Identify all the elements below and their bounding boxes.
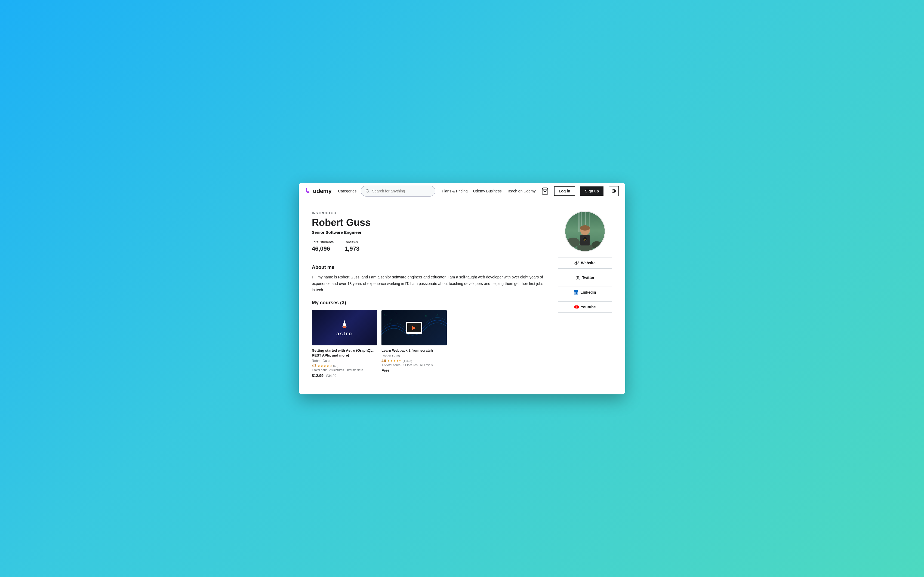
reviews-stat: Reviews 1,973 bbox=[344, 240, 359, 252]
search-icon bbox=[365, 189, 370, 193]
signup-button[interactable]: Sign up bbox=[580, 187, 604, 196]
avatar-svg: ⚡ bbox=[565, 212, 605, 251]
terminal-icon: ▶ bbox=[406, 322, 422, 334]
teach-link[interactable]: Teach on Udemy bbox=[507, 189, 536, 193]
course-thumbnail-astro: astro bbox=[312, 310, 377, 345]
svg-text:00: 00 bbox=[436, 314, 438, 316]
youtube-icon bbox=[575, 305, 579, 309]
svg-point-0 bbox=[366, 189, 369, 192]
linkedin-icon bbox=[574, 290, 578, 295]
svg-text:01: 01 bbox=[384, 314, 386, 316]
udemy-logo-icon bbox=[305, 188, 312, 194]
navbar: udemy Categories Plans & Pricing Udemy B… bbox=[299, 183, 625, 200]
astro-icon bbox=[339, 319, 350, 330]
course-instructor-astro: Robert Guss bbox=[312, 359, 377, 363]
svg-point-19 bbox=[591, 241, 602, 248]
about-me-text: Hi, my name is Robert Guss, and I am a s… bbox=[312, 274, 547, 293]
globe-icon bbox=[612, 189, 616, 193]
plans-pricing-link[interactable]: Plans & Pricing bbox=[442, 189, 468, 193]
search-bar bbox=[361, 185, 435, 197]
rating-count-webpack: (1,423) bbox=[403, 359, 412, 363]
twitter-button[interactable]: Twitter bbox=[558, 272, 612, 283]
twitter-icon bbox=[576, 276, 580, 280]
instructor-label: INSTRUCTOR bbox=[312, 211, 547, 215]
website-button[interactable]: Website bbox=[558, 257, 612, 269]
cart-icon[interactable] bbox=[541, 187, 549, 195]
svg-text:10: 10 bbox=[430, 320, 433, 323]
reviews-label: Reviews bbox=[344, 240, 359, 244]
course-title-astro: Getting started with Astro (GraphQL, RES… bbox=[312, 348, 377, 358]
instructor-name: Robert Guss bbox=[312, 217, 547, 228]
total-students-stat: Total students 46,096 bbox=[312, 240, 333, 252]
linkedin-button[interactable]: Linkedin bbox=[558, 287, 612, 298]
course-meta-webpack: 1.5 total hours · 11 lectures · All Leve… bbox=[382, 363, 447, 367]
course-title-webpack: Learn Webpack 2 from scratch bbox=[382, 348, 447, 353]
svg-point-22 bbox=[580, 225, 590, 230]
instructor-avatar: ⚡ bbox=[565, 211, 605, 252]
main-content: INSTRUCTOR Robert Guss Senior Software E… bbox=[299, 200, 625, 395]
stars-astro: ★ ★ ★ ★ ½ bbox=[317, 364, 332, 368]
courses-grid: astro Getting started with Astro (GraphQ… bbox=[312, 310, 547, 378]
svg-text:11: 11 bbox=[395, 312, 398, 314]
divider-1 bbox=[312, 259, 547, 259]
linkedin-label: Linkedin bbox=[580, 290, 596, 295]
total-students-label: Total students bbox=[312, 240, 333, 244]
right-column: ⚡ Website Twitter bbox=[558, 211, 612, 378]
course-card-webpack[interactable]: 01 10 11 01 10 00 ▶ bbox=[382, 310, 447, 378]
youtube-label: Youtube bbox=[581, 305, 596, 309]
course-instructor-webpack: Robert Guss bbox=[382, 354, 447, 358]
course-meta-astro: 1 total hour · 28 lectures · Intermediat… bbox=[312, 368, 377, 372]
courses-title: My courses (3) bbox=[312, 300, 547, 306]
reviews-value: 1,973 bbox=[344, 245, 359, 252]
logo[interactable]: udemy bbox=[305, 187, 332, 195]
course-price-astro: $12.99 $34.99 bbox=[312, 373, 377, 378]
rating-number-webpack: 4.5 bbox=[382, 359, 386, 363]
course-thumbnail-webpack: 01 10 11 01 10 00 ▶ bbox=[382, 310, 447, 345]
svg-point-18 bbox=[567, 237, 580, 247]
language-button[interactable] bbox=[609, 186, 619, 196]
total-students-value: 46,096 bbox=[312, 245, 333, 252]
svg-text:01: 01 bbox=[425, 315, 427, 318]
svg-text:10: 10 bbox=[390, 319, 392, 321]
course-rating-webpack: 4.5 ★ ★ ★ ★ ½ (1,423) bbox=[382, 359, 447, 363]
avatar-image: ⚡ bbox=[565, 212, 605, 251]
website-label: Website bbox=[581, 261, 595, 265]
nav-links: Plans & Pricing Udemy Business Teach on … bbox=[442, 186, 619, 196]
left-column: INSTRUCTOR Robert Guss Senior Software E… bbox=[312, 211, 547, 378]
about-me-title: About me bbox=[312, 264, 547, 270]
search-input[interactable] bbox=[372, 189, 431, 193]
course-price-webpack: Free bbox=[382, 368, 447, 372]
rating-number-astro: 4.7 bbox=[312, 364, 316, 368]
login-button[interactable]: Log in bbox=[554, 187, 575, 196]
rating-count-astro: (62) bbox=[333, 364, 338, 367]
twitter-label: Twitter bbox=[582, 276, 594, 280]
instructor-job-title: Senior Software Engineer bbox=[312, 230, 547, 235]
stars-webpack: ★ ★ ★ ★ ½ bbox=[387, 359, 402, 363]
svg-text:⚡: ⚡ bbox=[584, 238, 586, 240]
link-icon bbox=[575, 261, 579, 265]
course-card-astro[interactable]: astro Getting started with Astro (GraphQ… bbox=[312, 310, 377, 378]
logo-text: udemy bbox=[313, 187, 332, 195]
youtube-button[interactable]: Youtube bbox=[558, 301, 612, 313]
course-rating-astro: 4.7 ★ ★ ★ ★ ½ (62) bbox=[312, 364, 377, 368]
categories-button[interactable]: Categories bbox=[338, 189, 356, 193]
stats-row: Total students 46,096 Reviews 1,973 bbox=[312, 240, 547, 252]
svg-rect-14 bbox=[578, 212, 580, 232]
udemy-business-link[interactable]: Udemy Business bbox=[473, 189, 502, 193]
browser-window: udemy Categories Plans & Pricing Udemy B… bbox=[299, 183, 625, 395]
